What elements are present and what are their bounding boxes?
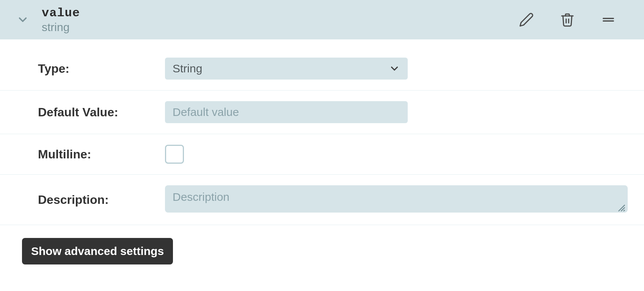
pencil-icon (519, 12, 534, 27)
header-actions (517, 11, 633, 29)
property-name: value (42, 6, 510, 20)
property-type: string (42, 21, 510, 34)
form-body: Type: String Default Value: Multiline: D… (0, 39, 644, 280)
type-select-value: String (173, 62, 202, 75)
multiline-label: Multiline: (38, 147, 157, 161)
type-label: Type: (38, 62, 157, 76)
description-label: Description: (38, 193, 157, 207)
default-value-label: Default Value: (38, 105, 157, 119)
multiline-checkbox[interactable] (165, 145, 184, 164)
menu-icon (601, 12, 616, 27)
drag-handle[interactable] (599, 11, 617, 29)
property-header: value string (0, 0, 644, 39)
description-textarea[interactable] (165, 185, 628, 213)
chevron-down-icon (389, 63, 400, 74)
type-select[interactable]: String (165, 58, 408, 80)
edit-button[interactable] (517, 11, 536, 29)
default-value-input[interactable] (165, 101, 408, 123)
row-multiline: Multiline: (0, 134, 644, 175)
show-advanced-settings-button[interactable]: Show advanced settings (22, 238, 173, 264)
delete-button[interactable] (558, 11, 576, 29)
trash-icon (560, 12, 575, 27)
collapse-toggle[interactable] (11, 13, 34, 26)
chevron-down-icon (16, 13, 29, 26)
row-default-value: Default Value: (0, 91, 644, 134)
row-type: Type: String (0, 39, 644, 91)
title-block: value string (42, 6, 510, 34)
row-description: Description: (0, 175, 644, 225)
